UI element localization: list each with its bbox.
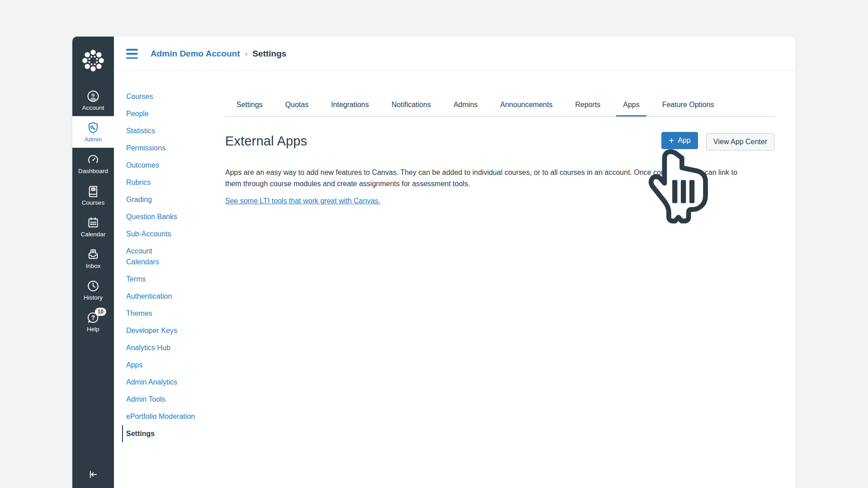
plus-icon: + <box>669 136 674 145</box>
subnav-item-account-calendars[interactable]: Account Calendars <box>126 243 207 271</box>
global-nav: Account Admin <box>72 37 114 488</box>
breadcrumb: Admin Demo Account › Settings <box>151 37 286 71</box>
global-nav-label: Help <box>87 326 99 333</box>
global-nav-label: Courses <box>82 200 104 206</box>
page-actions: + App View App Center <box>661 132 774 150</box>
subnav-item-apps[interactable]: Apps <box>126 357 207 374</box>
global-nav-label: Inbox <box>85 263 100 269</box>
tab-integrations[interactable]: Integrations <box>320 95 380 116</box>
calendar-icon <box>86 216 100 230</box>
subnav-item-rubrics[interactable]: Rubrics <box>126 174 207 191</box>
global-nav-history[interactable]: History <box>72 274 114 306</box>
clock-icon <box>86 279 100 293</box>
global-nav-inbox[interactable]: Inbox <box>72 243 114 274</box>
collapse-arrow-icon <box>87 469 99 480</box>
shield-key-icon <box>86 121 100 135</box>
tab-settings[interactable]: Settings <box>225 95 274 116</box>
collapse-sidebar-button[interactable] <box>72 465 114 484</box>
add-app-button[interactable]: + App <box>661 132 698 149</box>
subnav-item-question-banks[interactable]: Question Banks <box>126 208 207 225</box>
subnav-item-people[interactable]: People <box>126 105 207 122</box>
tab-feature-options[interactable]: Feature Options <box>651 95 726 116</box>
breadcrumb-separator: › <box>245 49 248 58</box>
gauge-icon <box>86 153 100 166</box>
inbox-tray-icon <box>86 248 100 261</box>
global-nav-label: Dashboard <box>78 168 108 174</box>
breadcrumb-bar: Admin Demo Account › Settings <box>114 37 796 71</box>
add-app-button-label: App <box>678 136 690 145</box>
subnav-item-outcomes[interactable]: Outcomes <box>126 157 207 174</box>
subnav-item-themes[interactable]: Themes <box>126 305 207 322</box>
global-nav-admin[interactable]: Admin <box>72 116 114 148</box>
global-nav-label: Admin <box>85 136 102 143</box>
settings-tabs: Settings Quotas Integrations Notificatio… <box>225 95 774 117</box>
global-nav-help[interactable]: ? 10 Help <box>72 306 114 338</box>
tab-quotas[interactable]: Quotas <box>274 95 320 116</box>
global-nav-calendar[interactable]: Calendar <box>72 211 114 243</box>
avatar-icon <box>86 89 100 103</box>
lti-tools-link[interactable]: See some LTI tools that work great with … <box>225 197 380 205</box>
global-nav-label: Calendar <box>81 231 106 238</box>
canvas-admin-settings-page: Account Admin <box>0 0 868 488</box>
tab-announcements[interactable]: Announcements <box>489 95 564 116</box>
account-subnav: Courses People Statistics Permissions Ou… <box>126 88 207 442</box>
canvas-logo[interactable] <box>72 37 114 84</box>
subnav-item-developer-keys[interactable]: Developer Keys <box>126 322 207 339</box>
hamburger-icon[interactable] <box>126 49 138 59</box>
subnav-item-grading[interactable]: Grading <box>126 191 207 208</box>
page-head: External Apps + App View App Center <box>225 132 774 150</box>
page-title: External Apps <box>225 132 307 150</box>
canvas-logo-icon <box>80 48 106 73</box>
help-count-badge: 10 <box>95 308 106 316</box>
app-card: Account Admin <box>72 37 796 488</box>
subnav-item-courses[interactable]: Courses <box>126 88 207 105</box>
global-nav-dashboard[interactable]: Dashboard <box>72 148 114 179</box>
subnav-item-terms[interactable]: Terms <box>126 271 207 288</box>
breadcrumb-current: Settings <box>252 49 286 59</box>
subnav-item-sub-accounts[interactable]: Sub-Accounts <box>126 225 207 243</box>
tab-reports[interactable]: Reports <box>564 95 612 116</box>
breadcrumb-account-link[interactable]: Admin Demo Account <box>151 49 240 59</box>
tab-notifications[interactable]: Notifications <box>380 95 442 116</box>
subnav-item-authentication[interactable]: Authentication <box>126 288 207 305</box>
global-nav-account[interactable]: Account <box>72 84 114 116</box>
global-nav-label: Account <box>82 105 104 111</box>
book-icon <box>86 184 100 198</box>
question-icon: ? 10 <box>86 311 100 324</box>
subnav-item-settings[interactable]: Settings <box>122 425 207 442</box>
subnav-item-analytics-hub[interactable]: Analytics Hub <box>126 339 207 357</box>
subnav-item-admin-analytics[interactable]: Admin Analytics <box>126 374 207 391</box>
subnav-item-admin-tools[interactable]: Admin Tools <box>126 391 207 408</box>
subnav-item-statistics[interactable]: Statistics <box>126 122 207 140</box>
subnav-item-eportfolio-moderation[interactable]: ePortfolio Moderation <box>126 408 207 425</box>
view-app-center-button[interactable]: View App Center <box>706 133 774 150</box>
global-nav-label: History <box>84 295 103 301</box>
svg-text:?: ? <box>91 314 95 321</box>
subnav-item-permissions[interactable]: Permissions <box>126 140 207 157</box>
tab-apps[interactable]: Apps <box>612 95 651 116</box>
apps-description: Apps are an easy way to add new features… <box>225 167 753 189</box>
global-nav-courses[interactable]: Courses <box>72 179 114 211</box>
tab-admins[interactable]: Admins <box>442 95 489 116</box>
